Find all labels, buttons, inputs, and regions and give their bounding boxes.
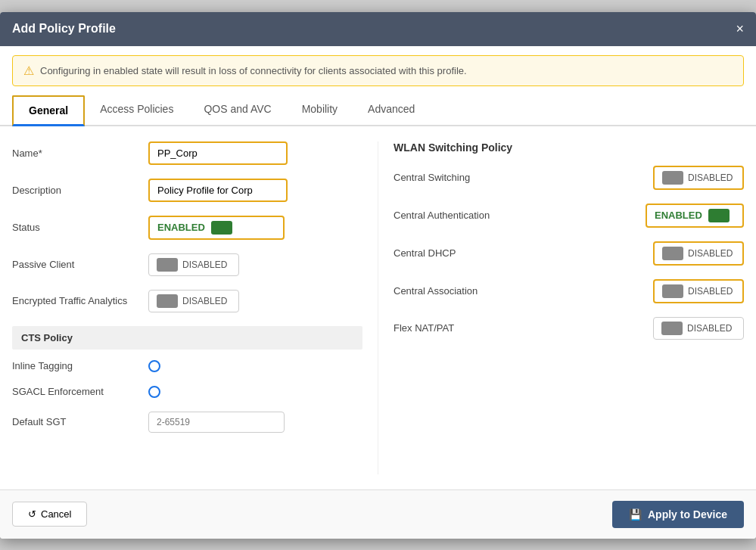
central-auth-value: ENABLED [655, 210, 702, 221]
sgacl-row: SGACL Enforcement [12, 386, 362, 398]
tab-mobility[interactable]: Mobility [287, 95, 353, 126]
description-row: Description [12, 179, 362, 202]
modal-title: Add Policy Profile [12, 22, 116, 36]
inline-tagging-row: Inline Tagging [12, 360, 362, 372]
central-dhcp-value: DISABLED [688, 248, 733, 259]
status-toggle[interactable]: ENABLED [148, 216, 285, 240]
wlan-section-title: WLAN Switching Policy [394, 141, 744, 154]
central-switching-value: DISABLED [688, 172, 733, 183]
alert-bar: ⚠ Configuring in enabled state will resu… [12, 55, 744, 86]
tabs-container: General Access Policies QOS and AVC Mobi… [0, 95, 756, 126]
description-label: Description [12, 185, 148, 196]
apply-label: Apply to Device [648, 508, 727, 520]
inline-tagging-label: Inline Tagging [12, 360, 148, 371]
undo-icon: ↺ [28, 508, 36, 520]
inline-tagging-radio[interactable] [148, 360, 160, 372]
toggle-green-ca [708, 209, 730, 222]
flex-nat-toggle[interactable]: DISABLED [653, 317, 744, 340]
status-row: Status ENABLED [12, 216, 362, 240]
central-assoc-value: DISABLED [688, 286, 733, 297]
encrypted-toggle[interactable]: DISABLED [148, 290, 239, 312]
left-column: Name* Description Status ENABLED [12, 141, 362, 474]
cts-section-header: CTS Policy [12, 326, 362, 350]
right-column: WLAN Switching Policy Central Switching … [378, 141, 744, 474]
central-switching-toggle[interactable]: DISABLED [653, 166, 744, 190]
central-auth-label: Central Authentication [394, 210, 646, 221]
passive-client-toggle[interactable]: DISABLED [148, 253, 239, 276]
central-assoc-row: Central Association DISABLED [394, 279, 744, 303]
toggle-gray-dhcp [662, 247, 683, 260]
central-dhcp-row: Central DHCP DISABLED [394, 241, 744, 266]
modal-container: Add Policy Profile × ⚠ Configuring in en… [0, 12, 756, 539]
toggle-gray-flex [661, 322, 683, 335]
description-input-wrap [148, 179, 288, 202]
name-input[interactable] [150, 143, 286, 163]
flex-nat-value: DISABLED [687, 323, 732, 334]
toggle-gray-assoc [662, 284, 683, 298]
central-dhcp-toggle[interactable]: DISABLED [653, 241, 744, 266]
encrypted-label: Encrypted Traffic Analytics [12, 295, 148, 306]
default-sgt-row: Default SGT [12, 412, 362, 433]
description-input[interactable] [150, 180, 286, 200]
toggle-gray-icon-2 [157, 294, 178, 308]
encrypted-row: Encrypted Traffic Analytics DISABLED [12, 290, 362, 312]
default-sgt-input[interactable] [148, 412, 285, 433]
central-switching-row: Central Switching DISABLED [394, 166, 744, 190]
tab-qos-avc[interactable]: QOS and AVC [188, 95, 286, 126]
modal-body: Name* Description Status ENABLED [0, 126, 756, 489]
central-assoc-label: Central Association [394, 285, 653, 297]
modal-header: Add Policy Profile × [0, 12, 756, 46]
default-sgt-label: Default SGT [12, 416, 148, 427]
name-input-wrap [148, 141, 288, 165]
toggle-gray-icon [157, 258, 178, 272]
tab-general[interactable]: General [12, 95, 85, 126]
passive-client-row: Passive Client DISABLED [12, 253, 362, 276]
cts-section: CTS Policy Inline Tagging SGACL Enforcem… [12, 326, 362, 433]
central-auth-toggle[interactable]: ENABLED [646, 204, 744, 228]
sgacl-label: SGACL Enforcement [12, 386, 148, 397]
apply-button[interactable]: 💾 Apply to Device [612, 501, 744, 528]
cancel-button[interactable]: ↺ Cancel [12, 502, 87, 527]
flex-nat-row: Flex NAT/PAT DISABLED [394, 317, 744, 340]
status-value: ENABLED [157, 222, 205, 233]
encrypted-value: DISABLED [182, 296, 227, 306]
passive-client-label: Passive Client [12, 259, 148, 270]
central-auth-row: Central Authentication ENABLED [394, 204, 744, 228]
passive-client-value: DISABLED [182, 259, 227, 270]
warning-icon: ⚠ [23, 64, 34, 78]
central-switching-label: Central Switching [394, 172, 653, 183]
tab-advanced[interactable]: Advanced [353, 95, 430, 126]
tab-access-policies[interactable]: Access Policies [85, 95, 188, 126]
alert-message: Configuring in enabled state will result… [40, 65, 467, 76]
save-icon: 💾 [629, 508, 642, 520]
name-row: Name* [12, 141, 362, 165]
name-label: Name* [12, 148, 148, 159]
central-dhcp-label: Central DHCP [394, 247, 653, 259]
central-assoc-toggle[interactable]: DISABLED [653, 279, 744, 303]
close-button[interactable]: × [736, 21, 744, 37]
modal-footer: ↺ Cancel 💾 Apply to Device [0, 489, 756, 539]
toggle-gray-cs [662, 171, 683, 185]
toggle-green-icon [211, 221, 232, 235]
sgacl-radio[interactable] [148, 386, 160, 398]
cancel-label: Cancel [41, 508, 71, 520]
flex-nat-label: Flex NAT/PAT [394, 322, 653, 334]
status-label: Status [12, 222, 148, 233]
